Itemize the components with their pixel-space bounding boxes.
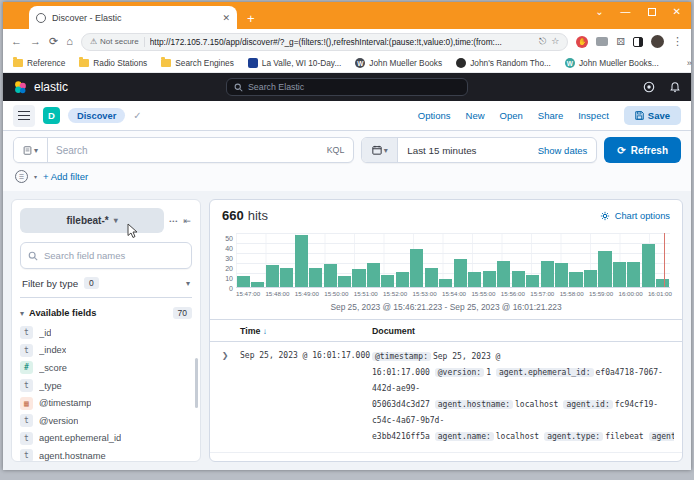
bookmark-item[interactable]: WJohn Mueller Books... [565, 58, 659, 68]
histogram-bar[interactable] [338, 276, 351, 287]
index-pattern-selector[interactable]: filebeat-* ▾ [20, 208, 164, 233]
breadcrumb[interactable]: Discover [68, 108, 125, 123]
toolbar-action-new[interactable]: New [466, 110, 485, 121]
share-icon[interactable]: ⎋ [539, 37, 546, 46]
doc-field-name[interactable]: agent.ephemeral_id: [496, 368, 594, 377]
histogram-bar[interactable] [381, 275, 394, 287]
minimize-button[interactable]: — [621, 6, 631, 17]
bookmark-item[interactable]: Radio Stations [79, 58, 147, 68]
toolbar-action-inspect[interactable]: Inspect [578, 110, 609, 121]
expand-row-icon[interactable]: ❯ [210, 349, 240, 445]
doc-field-name[interactable]: agent.name: [435, 432, 494, 441]
help-icon[interactable] [643, 81, 655, 93]
histogram-bar[interactable] [598, 251, 611, 287]
histogram-bar[interactable] [295, 235, 308, 287]
omnibox[interactable]: ⚠Not secure http://172.105.7.150/app/dis… [81, 33, 568, 51]
histogram-chart[interactable]: 01020304050 [210, 227, 682, 288]
histogram-bar[interactable] [280, 268, 293, 287]
histogram-bar[interactable] [541, 261, 554, 288]
doc-field-name[interactable]: agent.id: [563, 400, 612, 409]
histogram-bar[interactable] [483, 271, 496, 287]
url-text[interactable]: http://172.105.7.150/app/discover#/?_g=(… [150, 37, 534, 47]
available-fields-header[interactable]: ▾ Available fields 70 [20, 298, 192, 324]
bookmark-item[interactable]: La Valle, WI 10-Day... [248, 58, 341, 68]
field-item[interactable]: t_id [20, 324, 192, 342]
histogram-bar[interactable] [526, 275, 539, 287]
histogram-bar[interactable] [425, 268, 438, 287]
forward-icon[interactable]: → [30, 36, 41, 47]
extensions-puzzle-icon[interactable]: ⚄ [616, 37, 625, 47]
nav-menu-icon[interactable] [13, 105, 35, 127]
chart-options-button[interactable]: Chart options [600, 211, 670, 221]
tab-close-icon[interactable]: ✕ [222, 13, 230, 23]
histogram-bar[interactable] [324, 264, 337, 287]
add-filter-button[interactable]: + Add filter [43, 171, 88, 182]
saved-query-menu-button[interactable]: ▾ [14, 138, 48, 162]
field-item[interactable]: t@version [20, 412, 192, 430]
histogram-bar[interactable] [613, 262, 626, 287]
histogram-bar[interactable] [454, 259, 467, 287]
index-pattern-options-icon[interactable]: ••• [169, 218, 178, 224]
time-column-header[interactable]: Time ↓ [240, 326, 372, 336]
bookmarks-overflow-icon[interactable]: » [687, 58, 692, 68]
search-query-input[interactable]: Search [48, 138, 318, 162]
histogram-bar[interactable] [237, 276, 250, 287]
histogram-bar[interactable] [396, 272, 409, 287]
field-item[interactable]: tagent.ephemeral_id [20, 430, 192, 448]
kql-button[interactable]: KQL [318, 138, 354, 162]
expand-row-icon[interactable]: ❯ [210, 460, 240, 461]
bookmark-item[interactable]: John's Random Tho... [456, 58, 551, 68]
window-menu-icon[interactable]: ⌄ [595, 6, 603, 17]
side-panel-icon[interactable] [633, 37, 643, 47]
histogram-bar[interactable] [468, 272, 481, 287]
screenshot-extension-icon[interactable] [596, 37, 608, 46]
histogram-bar[interactable] [352, 269, 365, 287]
space-badge[interactable]: D [43, 107, 60, 124]
doc-field-name[interactable]: @version: [435, 368, 484, 377]
maximize-button[interactable] [648, 8, 656, 16]
doc-field-name[interactable]: agent.type: [544, 432, 603, 441]
elastic-logo[interactable]: elastic [13, 80, 68, 95]
collapse-sidebar-icon[interactable]: ⇤ [183, 216, 192, 226]
field-search-input[interactable]: Search field names [20, 242, 192, 269]
histogram-bar[interactable] [642, 244, 655, 287]
show-dates-button[interactable]: Show dates [529, 138, 597, 162]
toolbar-action-open[interactable]: Open [500, 110, 523, 121]
field-item[interactable]: #_score [20, 359, 192, 377]
toolbar-action-share[interactable]: Share [538, 110, 563, 121]
histogram-bar[interactable] [266, 265, 279, 287]
histogram-bar[interactable] [627, 262, 640, 287]
sidebar-scrollbar[interactable] [195, 358, 198, 408]
histogram-bar[interactable] [309, 268, 322, 287]
filter-by-type-select[interactable]: Filter by type 0 ▾ [20, 269, 192, 298]
filter-menu-icon[interactable]: ☰ [15, 170, 28, 183]
histogram-bar[interactable] [569, 272, 582, 287]
histogram-bar[interactable] [251, 282, 264, 287]
not-secure-warning[interactable]: ⚠Not secure [90, 37, 139, 46]
profile-avatar[interactable] [651, 35, 664, 48]
back-icon[interactable]: ← [11, 36, 22, 47]
sort-desc-icon[interactable]: ↓ [263, 327, 267, 336]
doc-field-name[interactable]: @timestamp: [372, 352, 431, 361]
time-range-value[interactable]: Last 15 minutes [398, 138, 528, 162]
histogram-bar[interactable] [367, 263, 380, 287]
histogram-bar[interactable] [410, 249, 423, 287]
histogram-bar[interactable] [555, 263, 568, 287]
bookmark-item[interactable]: Search Engines [161, 58, 234, 68]
browser-tab[interactable]: Discover - Elastic ✕ [29, 6, 237, 29]
histogram-bar[interactable] [497, 261, 510, 288]
bookmark-item[interactable]: WJohn Mueller Books [355, 58, 442, 68]
save-button[interactable]: Save [624, 106, 681, 125]
bookmark-star-icon[interactable]: ☆ [551, 37, 559, 46]
refresh-button[interactable]: ⟳ Refresh [604, 137, 681, 163]
global-search-box[interactable]: Search Elastic [226, 78, 468, 96]
histogram-bar[interactable] [439, 279, 452, 287]
field-item[interactable]: tagent.hostname [20, 447, 192, 462]
field-item[interactable]: t_type [20, 377, 192, 395]
adblock-extension-icon[interactable]: ✋ [576, 36, 588, 48]
home-icon[interactable]: ⌂ [66, 36, 73, 47]
alerts-bell-icon[interactable] [669, 81, 681, 93]
reload-icon[interactable]: ⟳ [49, 36, 58, 47]
field-item[interactable]: t_index [20, 342, 192, 360]
new-tab-button[interactable]: + [247, 12, 255, 25]
